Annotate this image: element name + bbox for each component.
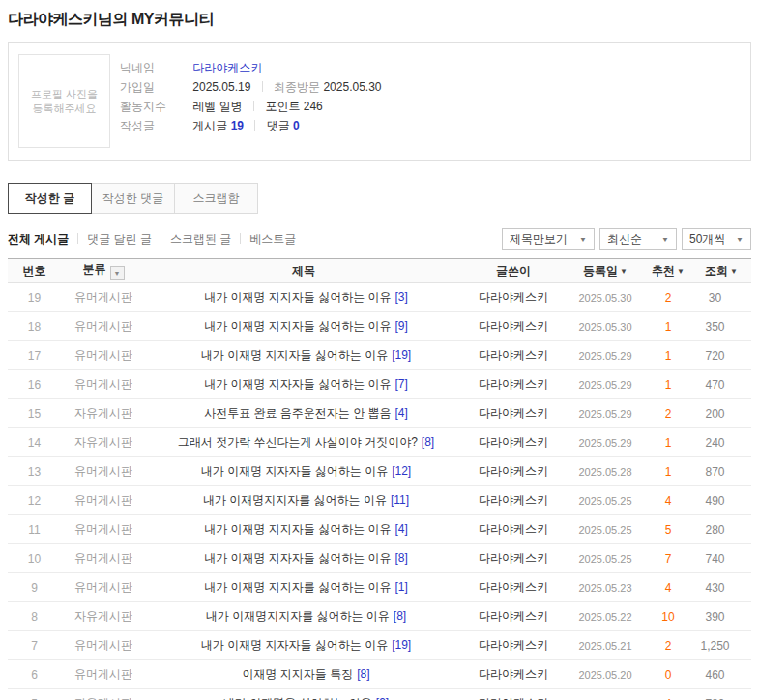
post-author[interactable]: 다라야케스키 [461,602,566,631]
comment-count-badge[interactable]: [7] [395,377,408,391]
post-title-link[interactable]: 내가 이재명지지자를 싫어하는 이유 [206,609,390,623]
post-number: 9 [8,573,61,602]
comment-count-badge[interactable]: [9] [395,319,408,333]
comment-count-badge[interactable]: [4] [395,522,408,536]
filter-link-2[interactable]: 스크랩된 글 [170,232,231,246]
comment-count-badge[interactable]: [3] [395,290,408,304]
post-category[interactable]: 유머게시판 [61,573,146,602]
post-date: 2025.05.25 [566,544,645,573]
comment-count-badge[interactable]: [11] [391,493,409,507]
chevron-down-icon: ▼ [736,235,744,243]
post-author[interactable]: 다라야케스키 [461,689,566,700]
sort-order-select[interactable]: 최신순▼ [599,228,677,250]
post-category[interactable]: 유머게시판 [61,370,146,399]
post-title-link[interactable]: 내가 이재명지지자를 싫어하는 이유 [203,493,387,507]
view-mode-select[interactable]: 제목만보기▼ [502,228,595,250]
post-title-link[interactable]: 내가 이재명 지자자들 싫어하는 이유 [201,464,388,478]
post-count-link[interactable]: 19 [231,119,244,132]
post-author[interactable]: 다라야케스키 [461,399,566,428]
comment-count-badge[interactable]: [8] [394,609,406,623]
post-author[interactable]: 다라야케스키 [461,370,566,399]
post-title-link[interactable]: 내가 이재명 지자자들 싫어하는 이유 [201,638,388,652]
post-title-link[interactable]: 그래서 젓가락 쑤신다는게 사실이야 거짓이야? [178,435,418,449]
table-row: 6유머게시판이재명 지지자들 특징[8]다라야케스키2025.05.200460 [8,660,751,689]
column-header-likes-sort[interactable]: 추천▼ [645,259,691,283]
post-title-link[interactable]: 내가 이재명 지지자들 싫어하는 이유 [201,348,388,362]
tab-2[interactable]: 스크랩함 [174,183,258,214]
comment-count-badge[interactable]: [12] [392,464,411,478]
post-category[interactable]: 유머게시판 [61,544,146,573]
post-author[interactable]: 다라야케스키 [461,573,566,602]
comment-count-badge[interactable]: [1] [395,580,408,594]
post-title-link[interactable]: 내가 이재명 지지자들 싫어하는 이유 [204,319,391,333]
post-author[interactable]: 다라야케스키 [461,341,566,370]
filter-link-0[interactable]: 전체 게시글 [8,232,69,246]
post-views: 240 [691,428,751,457]
post-likes: 4 [645,486,691,515]
post-count-label: 게시글 [192,119,227,132]
category-filter-button[interactable]: ▼ [110,266,125,280]
post-number: 14 [8,428,61,457]
post-category[interactable]: 자유게시판 [61,428,146,457]
post-category[interactable]: 자유게시판 [61,399,146,428]
post-author[interactable]: 다라야케스키 [461,486,566,515]
post-author[interactable]: 다라야케스키 [461,457,566,486]
comment-count-badge[interactable]: [8] [422,435,434,449]
post-title-link[interactable]: 내가 이재명 지지자들 싫어하는 이유 [204,290,391,304]
post-category[interactable]: 자유게시판 [61,689,146,700]
post-views: 200 [691,399,751,428]
post-author[interactable]: 다라야케스키 [461,312,566,341]
comment-count-badge[interactable]: [19] [392,638,411,652]
post-title-link[interactable]: 내가 이재명 지자자들 싫어하는 이유 [204,377,391,391]
post-category[interactable]: 유머게시판 [61,515,146,544]
profile-photo-placeholder[interactable]: 프로필 사진을 등록해주세요 [18,54,110,148]
comment-count-badge[interactable]: [8] [395,551,408,565]
tab-0-active[interactable]: 작성한 글 [8,183,92,214]
post-category[interactable]: 유머게시판 [61,631,146,660]
post-category[interactable]: 자유게시판 [61,602,146,631]
comment-count-badge[interactable]: [9] [376,696,389,700]
activity-label: 활동지수 [120,97,190,116]
comment-count-link[interactable]: 0 [293,119,300,132]
column-header-date-sort[interactable]: 등록일▼ [566,259,645,283]
post-author[interactable]: 다라야케스키 [461,544,566,573]
post-author[interactable]: 다라야케스키 [461,631,566,660]
post-category[interactable]: 유머게시판 [61,312,146,341]
comment-count-badge[interactable]: [19] [392,348,411,362]
filter-link-3[interactable]: 베스트글 [249,232,296,246]
nickname-link[interactable]: 다라야케스키 [192,61,262,74]
comment-count-badge[interactable]: [8] [357,667,369,681]
filter-link-1[interactable]: 댓글 달린 글 [87,232,152,246]
post-title-link[interactable]: 이재명 지지자들 특징 [242,667,353,681]
post-category[interactable]: 유머게시판 [61,283,146,312]
post-date: 2025.05.28 [566,457,645,486]
post-views: 430 [691,573,751,602]
post-author[interactable]: 다라야케스키 [461,660,566,689]
post-author[interactable]: 다라야케스키 [461,283,566,312]
post-likes: 0 [645,660,691,689]
post-category[interactable]: 유머게시판 [61,486,146,515]
table-row: 13유머게시판내가 이재명 지자자들 싫어하는 이유[12]다라야케스키2025… [8,457,751,486]
tab-1[interactable]: 작성한 댓글 [91,183,175,214]
comment-count-label: 댓글 [267,119,290,132]
table-row: 14자유게시판그래서 젓가락 쑤신다는게 사실이야 거짓이야?[8]다라야케스키… [8,428,751,457]
post-title-link[interactable]: 내가 이재명 지지자를 싫어하는 이유 [204,580,391,594]
post-title-link[interactable]: 내가 이재명을 싫어하는 이유 [223,696,372,700]
post-title-link[interactable]: 사전투표 완료 음주운전자는 안 뽑음 [204,406,391,420]
post-author[interactable]: 다라야케스키 [461,428,566,457]
likes-header-label: 추천 [652,264,675,277]
post-title-cell: 내가 이재명 지지자들 싫어하는 이유[3] [146,283,461,312]
comment-count-badge[interactable]: [4] [395,406,408,420]
sort-arrow-icon: ▼ [620,267,628,276]
post-title-cell: 내가 이재명지지자를 싫어하는 이유[11] [146,486,461,515]
post-title-link[interactable]: 내가 이재명 지자자들 싫어하는 이유 [204,551,391,565]
post-author[interactable]: 다라야케스키 [461,515,566,544]
post-category[interactable]: 유머게시판 [61,660,146,689]
post-title-link[interactable]: 내가 이재명 지지자들 싫어하는 이유 [204,522,391,536]
post-category[interactable]: 유머게시판 [61,341,146,370]
my-community-page: 다라야케스키님의 MY커뮤니티 프로필 사진을 등록해주세요 닉네임 다라야케스… [0,0,759,700]
page-size-select[interactable]: 50개씩▼ [682,228,751,250]
column-header-views-sort[interactable]: 조회▼ [691,259,751,283]
post-category[interactable]: 유머게시판 [61,457,146,486]
post-title-cell: 사전투표 완료 음주운전자는 안 뽑음[4] [146,399,461,428]
